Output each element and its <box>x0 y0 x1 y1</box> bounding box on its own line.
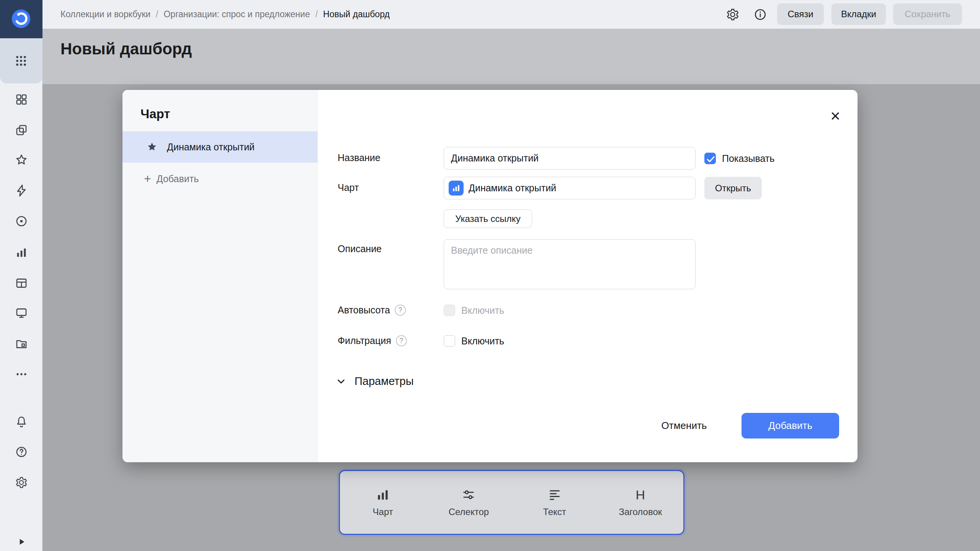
sidebar-item-notifications[interactable] <box>14 414 29 429</box>
description-label: Описание <box>338 243 382 254</box>
bell-icon <box>15 415 28 428</box>
bar-chart-icon <box>15 246 28 259</box>
autoheight-label: Автовысота <box>338 305 390 316</box>
filtering-label: Фильтрация <box>338 335 391 346</box>
sidebar-item-storage[interactable] <box>14 336 29 351</box>
toolbar-item-label: Селектор <box>449 507 489 517</box>
name-input[interactable] <box>444 147 696 170</box>
show-checkbox[interactable] <box>704 153 716 164</box>
connections-button[interactable]: Связи <box>777 3 824 25</box>
star-icon <box>146 141 158 153</box>
header-info-button[interactable] <box>753 8 767 21</box>
sidebar-item-charts[interactable] <box>14 245 29 260</box>
layers-icon <box>15 124 28 137</box>
sidebar-item-reports[interactable] <box>14 305 29 321</box>
autoheight-help-icon[interactable]: ? <box>395 305 406 316</box>
breadcrumb-item[interactable]: Организации: спрос и предложение <box>163 9 310 20</box>
heading-icon: H <box>636 487 645 502</box>
dialog-sidebar: Чарт Динамика открытий + Добавить <box>122 90 318 462</box>
toolbar-item-chart[interactable]: Чарт <box>340 471 426 534</box>
toolbar-item-heading[interactable]: H Заголовок <box>598 471 683 534</box>
top-header: Коллекции и воркбуки / Организации: спро… <box>42 0 980 29</box>
header-settings-button[interactable] <box>726 8 740 21</box>
filtering-checkbox[interactable] <box>444 335 455 347</box>
logo-block[interactable] <box>0 0 42 38</box>
save-button[interactable]: Сохранить <box>893 3 962 25</box>
sliders-icon <box>461 487 476 502</box>
folder-box-icon <box>15 337 28 350</box>
app-logo-icon <box>10 8 32 30</box>
toolbar-item-label: Чарт <box>373 507 393 517</box>
add-chart-label: Добавить <box>157 173 199 184</box>
sidebar-item-help[interactable] <box>14 444 29 460</box>
plus-icon: + <box>144 173 151 185</box>
text-lines-icon <box>547 487 562 502</box>
breadcrumb: Коллекции и воркбуки / Организации: спро… <box>60 0 390 29</box>
add-chart-button[interactable]: + Добавить <box>144 171 199 186</box>
filtering-help-icon[interactable]: ? <box>396 335 407 346</box>
dialog-title: Чарт <box>140 107 170 121</box>
sidebar-item-collections[interactable] <box>14 122 29 138</box>
open-chart-button[interactable]: Открыть <box>704 177 762 199</box>
star-icon <box>15 153 28 166</box>
params-section-toggle[interactable]: Параметры <box>335 375 414 388</box>
ellipsis-icon <box>15 368 28 381</box>
chart-type-badge <box>449 181 464 196</box>
gear-icon <box>15 476 28 489</box>
app-root: Новый дашборд Чарт Селектор Текст <box>0 0 980 551</box>
sidebar-item-dashboards[interactable] <box>14 92 29 107</box>
filtering-checkbox-label: Включить <box>461 336 504 347</box>
autoheight-checkbox[interactable] <box>444 305 455 316</box>
tabs-button[interactable]: Вкладки <box>831 3 886 25</box>
chart-widget-dialog: Чарт Динамика открытий + Добавить × Назв… <box>122 90 858 462</box>
show-checkbox-label: Показывать <box>722 153 774 164</box>
breadcrumb-separator: / <box>156 9 158 20</box>
breadcrumb-current: Новый дашборд <box>323 9 390 20</box>
sidebar-item-settings[interactable] <box>14 475 29 490</box>
sidebar-item-editor[interactable] <box>14 183 29 198</box>
sidebar-item-monitoring[interactable] <box>14 214 29 229</box>
toolbar-item-label: Заголовок <box>619 507 662 517</box>
gear-icon <box>726 8 740 21</box>
chart-select-field[interactable]: Динамика открытий <box>444 177 696 199</box>
bar-chart-icon <box>451 183 461 193</box>
apps-menu-button[interactable] <box>0 38 42 83</box>
toolbar-item-label: Текст <box>543 507 566 517</box>
sidebar-item-more[interactable] <box>14 367 29 382</box>
autoheight-label-row: Автовысота ? <box>338 305 406 316</box>
name-label: Название <box>338 152 381 163</box>
page-title: Новый дашборд <box>60 40 192 58</box>
toolbar-item-selector[interactable]: Селектор <box>426 471 511 534</box>
breadcrumb-item[interactable]: Коллекции и воркбуки <box>60 9 150 20</box>
sidebar-collapse-button[interactable] <box>15 536 28 548</box>
table-icon <box>15 277 28 290</box>
chart-select-value: Динамика открытий <box>469 183 556 194</box>
params-section-label: Параметры <box>354 375 414 388</box>
close-dialog-button[interactable]: × <box>826 107 844 125</box>
filtering-label-row: Фильтрация ? <box>338 335 407 346</box>
squares-grid-icon <box>15 93 28 106</box>
apps-grid-icon <box>15 54 28 67</box>
cancel-button[interactable]: Отменить <box>655 413 713 439</box>
autoheight-checkbox-label: Включить <box>461 305 504 316</box>
widget-toolbar: Чарт Селектор Текст H Заголовок <box>339 470 684 535</box>
sidebar <box>0 0 42 551</box>
sidebar-item-datasets[interactable] <box>14 276 29 291</box>
question-circle-icon <box>15 445 28 458</box>
chart-list-item-selected[interactable]: Динамика открытий <box>122 131 318 163</box>
toolbar-item-text[interactable]: Текст <box>512 471 598 534</box>
lightning-icon <box>15 184 28 197</box>
monitor-icon <box>15 306 28 320</box>
set-link-button[interactable]: Указать ссылку <box>444 209 532 228</box>
circle-dot-icon <box>15 215 28 228</box>
chart-label: Чарт <box>338 182 359 193</box>
chart-list-item-label: Динамика открытий <box>167 142 255 153</box>
play-arrow-icon <box>16 537 26 547</box>
description-textarea[interactable] <box>444 239 696 289</box>
sidebar-item-favorites[interactable] <box>14 152 29 168</box>
breadcrumb-separator: / <box>315 9 318 20</box>
bar-chart-icon <box>376 487 390 502</box>
info-circle-icon <box>753 8 767 21</box>
chevron-down-icon <box>335 376 347 387</box>
submit-add-button[interactable]: Добавить <box>742 413 839 439</box>
